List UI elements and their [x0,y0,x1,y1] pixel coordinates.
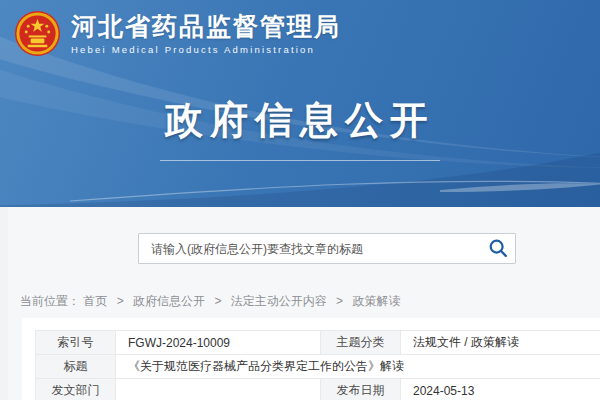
breadcrumb-item-info-disclosure[interactable]: 政府信息公开 [133,294,205,308]
national-emblem-icon [14,10,61,57]
publish-date-label: 发布日期 [321,379,401,400]
document-info-card: 索引号 FGWJ-2024-10009 主题分类 法规文件 / 政策解读 标题 … [22,318,600,400]
index-number-label: 索引号 [36,331,116,355]
banner-title: 政府信息公开 [0,95,600,146]
breadcrumb-item-policy-interpretation: 政策解读 [352,294,400,308]
search-bar [138,233,516,264]
page: 河北省药品监督管理局 Hebei Medical Products Admini… [0,0,600,400]
breadcrumb-separator: > [214,294,221,308]
index-number-value: FGWJ-2024-10009 [116,331,321,355]
breadcrumb-separator: > [117,294,124,308]
topic-category-label: 主题分类 [321,331,401,355]
topic-category-value: 法规文件 / 政策解读 [401,331,600,355]
table-row: 标题 《关于规范医疗器械产品分类界定工作的公告》解读 [36,355,600,379]
title-value: 《关于规范医疗器械产品分类界定工作的公告》解读 [116,355,600,379]
site-name-english: Hebei Medical Products Administration [71,44,341,55]
breadcrumb-label: 当前位置： [20,294,80,308]
site-title-block: 河北省药品监督管理局 Hebei Medical Products Admini… [71,12,341,55]
hero-section: 河北省药品监督管理局 Hebei Medical Products Admini… [0,0,600,207]
title-label: 标题 [36,355,116,379]
banner: 政府信息公开 [0,95,600,161]
search-button[interactable] [486,237,510,261]
issuing-department-value [116,379,321,400]
site-name: 河北省药品监督管理局 [71,12,341,41]
content-area: 当前位置： 首页 > 政府信息公开 > 法定主动公开内容 > 政策解读 索引号 … [0,207,600,400]
breadcrumb-item-home[interactable]: 首页 [83,294,107,308]
table-row: 发文部门 发布日期 2024-05-13 [36,379,600,400]
breadcrumb: 当前位置： 首页 > 政府信息公开 > 法定主动公开内容 > 政策解读 [20,293,400,310]
table-row: 索引号 FGWJ-2024-10009 主题分类 法规文件 / 政策解读 [36,331,600,355]
breadcrumb-item-statutory-content[interactable]: 法定主动公开内容 [231,294,327,308]
publish-date-value: 2024-05-13 [401,379,600,400]
banner-underline [160,160,440,161]
breadcrumb-separator: > [336,294,343,308]
search-input[interactable] [138,233,516,264]
issuing-department-label: 发文部门 [36,379,116,400]
search-icon [487,237,509,259]
document-info-table: 索引号 FGWJ-2024-10009 主题分类 法规文件 / 政策解读 标题 … [35,330,600,400]
site-header: 河北省药品监督管理局 Hebei Medical Products Admini… [0,0,600,57]
